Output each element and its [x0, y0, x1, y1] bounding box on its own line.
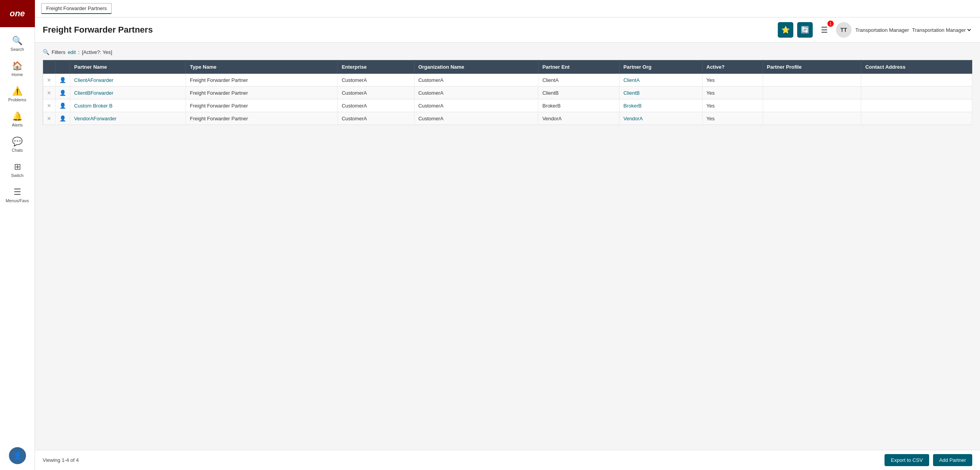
org-name-cell: CustomerA: [414, 112, 538, 125]
person-cell[interactable]: 👤: [56, 87, 70, 99]
refresh-button[interactable]: 🔄: [797, 22, 813, 38]
partners-table: Partner Name Type Name Enterprise Organi…: [43, 60, 972, 125]
active-cell: Yes: [702, 74, 763, 87]
sidebar-item-search[interactable]: 🔍 Search: [0, 31, 35, 56]
org-name-cell: CustomerA: [414, 99, 538, 112]
remove-cell[interactable]: ✕: [43, 87, 56, 99]
partner-org-cell: BrokerB: [619, 99, 702, 112]
partner-name-link[interactable]: Custom Broker B: [74, 103, 113, 109]
remove-icon[interactable]: ✕: [47, 103, 51, 109]
filters-bar: 🔍 Filters edit : [Active?: Yes]: [43, 49, 972, 55]
user-avatar-sidebar[interactable]: 👤: [9, 447, 26, 464]
enterprise-cell: CustomerA: [338, 99, 414, 112]
col-org-name: Organization Name: [414, 60, 538, 74]
main-content: Freight Forwarder Partners Freight Forwa…: [35, 0, 980, 470]
sidebar-item-home[interactable]: 🏠 Home: [0, 56, 35, 82]
remove-cell[interactable]: ✕: [43, 74, 56, 87]
partner-ent-cell: ClientA: [538, 74, 619, 87]
person-cell[interactable]: 👤: [56, 74, 70, 87]
col-remove: [43, 60, 56, 74]
col-type-name: Type Name: [186, 60, 338, 74]
page-title: Freight Forwarder Partners: [43, 25, 153, 35]
col-partner-org: Partner Org: [619, 60, 702, 74]
sidebar: one 🔍 Search 🏠 Home ⚠️ Problems 🔔 Alerts…: [0, 0, 35, 470]
col-enterprise: Enterprise: [338, 60, 414, 74]
type-name-cell: Freight Forwarder Partner: [186, 74, 338, 87]
sidebar-item-label: Switch: [11, 173, 23, 178]
person-icon[interactable]: 👤: [59, 90, 66, 96]
topbar: Freight Forwarder Partners: [35, 0, 980, 17]
sidebar-item-switch[interactable]: ⊞ Switch: [0, 157, 35, 182]
partner-org-link[interactable]: BrokerB: [623, 103, 642, 109]
table-row: ✕ 👤 ClientBForwarder Freight Forwarder P…: [43, 87, 972, 99]
switch-icon: ⊞: [14, 162, 21, 172]
partner-org-link[interactable]: ClientB: [623, 90, 640, 96]
sidebar-item-label: Search: [10, 47, 24, 52]
partner-name-cell: Custom Broker B: [70, 99, 186, 112]
partner-name-link[interactable]: ClientAForwarder: [74, 77, 113, 83]
favorite-button[interactable]: ⭐: [778, 22, 793, 38]
filters-colon: :: [78, 49, 80, 55]
viewing-count: Viewing 1-4 of 4: [43, 457, 79, 463]
table-row: ✕ 👤 VendorAForwarder Freight Forwarder P…: [43, 112, 972, 125]
export-csv-button[interactable]: Export to CSV: [885, 454, 929, 466]
table-row: ✕ 👤 ClientAForwarder Freight Forwarder P…: [43, 74, 972, 87]
org-name-cell: CustomerA: [414, 87, 538, 99]
table-header-row: Partner Name Type Name Enterprise Organi…: [43, 60, 972, 74]
sidebar-item-alerts[interactable]: 🔔 Alerts: [0, 107, 35, 132]
partner-name-cell: ClientAForwarder: [70, 74, 186, 87]
partner-name-link[interactable]: ClientBForwarder: [74, 90, 113, 96]
sidebar-item-chats[interactable]: 💬 Chats: [0, 132, 35, 157]
hamburger-icon: ☰: [821, 25, 828, 35]
col-partner-ent: Partner Ent: [538, 60, 619, 74]
sidebar-item-problems[interactable]: ⚠️ Problems: [0, 82, 35, 107]
partner-org-cell: ClientA: [619, 74, 702, 87]
partner-name-link[interactable]: VendorAForwarder: [74, 116, 116, 121]
avatar-icon: 👤: [13, 451, 22, 460]
remove-cell[interactable]: ✕: [43, 99, 56, 112]
remove-cell[interactable]: ✕: [43, 112, 56, 125]
person-icon[interactable]: 👤: [59, 115, 66, 121]
bell-icon: 🔔: [12, 111, 23, 121]
col-partner-profile: Partner Profile: [763, 60, 861, 74]
chat-icon: 💬: [12, 137, 23, 147]
logo-text: one: [10, 9, 25, 19]
sidebar-item-label: Alerts: [12, 123, 23, 127]
remove-icon[interactable]: ✕: [47, 90, 51, 96]
partner-profile-cell: [763, 112, 861, 125]
person-icon[interactable]: 👤: [59, 77, 66, 83]
notification-badge: 1: [827, 21, 834, 27]
filters-active-value: [Active?: Yes]: [82, 49, 112, 55]
col-active: Active?: [702, 60, 763, 74]
partner-profile-cell: [763, 99, 861, 112]
filters-edit-link[interactable]: edit: [68, 49, 76, 55]
user-role-selector: Transportation Manager Transportation Ma…: [855, 27, 972, 33]
partner-org-link[interactable]: ClientA: [623, 77, 640, 83]
user-avatar-header[interactable]: TT: [836, 22, 852, 38]
footer-actions: Export to CSV Add Partner: [885, 454, 972, 466]
role-dropdown[interactable]: Transportation Manager: [911, 27, 972, 33]
partner-org-link[interactable]: VendorA: [623, 116, 643, 121]
app-logo[interactable]: one: [0, 0, 35, 27]
star-icon: ⭐: [781, 26, 790, 34]
type-name-cell: Freight Forwarder Partner: [186, 112, 338, 125]
table-footer: Viewing 1-4 of 4 Export to CSV Add Partn…: [35, 450, 980, 470]
add-partner-button[interactable]: Add Partner: [933, 454, 972, 466]
contact-address-cell: [861, 74, 972, 87]
person-cell[interactable]: 👤: [56, 99, 70, 112]
sidebar-item-label: Home: [12, 72, 23, 77]
remove-icon[interactable]: ✕: [47, 116, 51, 121]
partner-org-cell: ClientB: [619, 87, 702, 99]
notification-button[interactable]: ☰ 1: [817, 22, 832, 38]
active-tab[interactable]: Freight Forwarder Partners: [41, 3, 112, 14]
sidebar-item-menus[interactable]: ☰ Menus/Favs: [0, 182, 35, 208]
col-contact-address: Contact Address: [861, 60, 972, 74]
partner-ent-cell: VendorA: [538, 112, 619, 125]
org-name-cell: CustomerA: [414, 74, 538, 87]
enterprise-cell: CustomerA: [338, 74, 414, 87]
remove-icon[interactable]: ✕: [47, 77, 51, 83]
person-cell[interactable]: 👤: [56, 112, 70, 125]
person-icon[interactable]: 👤: [59, 102, 66, 109]
col-icon: [56, 60, 70, 74]
enterprise-cell: CustomerA: [338, 87, 414, 99]
